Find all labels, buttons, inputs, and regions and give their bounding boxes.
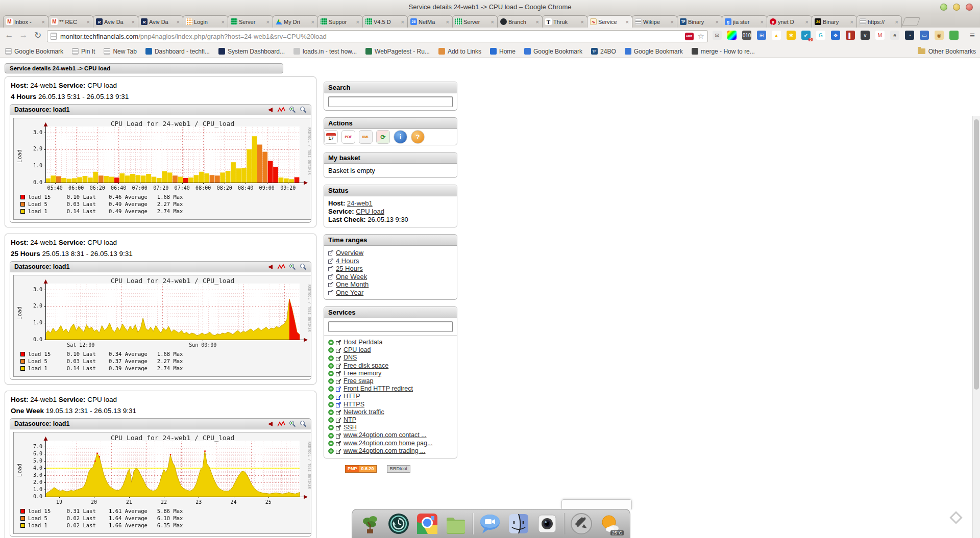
expand-plus-icon[interactable] [328,363,334,369]
bookmark-item-9[interactable]: Home [490,48,516,55]
services-filter-input[interactable] [328,321,453,332]
expand-plus-icon[interactable] [328,433,334,439]
timerange-link[interactable]: One Year [336,289,363,297]
calendar-icon[interactable]: ⊞ [757,31,766,40]
dock-item-bonsai[interactable] [358,512,382,535]
dock-item-finder[interactable] [507,512,530,535]
dictionary-icon[interactable]: ▌ [846,31,855,40]
tab-close-icon[interactable]: × [491,19,495,25]
timerange-link[interactable]: Overview [336,249,363,257]
expand-plus-icon[interactable] [328,448,334,454]
chrome-menu-icon[interactable]: ≡ [970,31,975,41]
back-icon[interactable]: ← [4,30,14,41]
minimize-button[interactable] [940,4,947,11]
bookmark-item-4[interactable]: Dashboard - techfi... [145,48,210,55]
xml-icon[interactable]: XML [359,130,373,144]
pnp-version-badge[interactable]: PNP 0.6.20 [345,465,377,473]
browser-tab-14[interactable]: ∿Service× [587,15,632,28]
expand-plus-icon[interactable] [328,378,334,384]
bookmark-item-1[interactable]: Google Bookmark [5,48,63,55]
browser-tab-1[interactable]: MInbox -× [3,15,48,28]
pocket-icon[interactable]: ∨ [861,31,870,40]
tab-close-icon[interactable]: × [760,19,764,25]
chart-line-icon[interactable] [277,264,285,270]
tab-close-icon[interactable]: × [311,19,315,25]
snippets-icon[interactable]: ✱ [787,31,796,40]
browser-tab-6[interactable]: Server× [228,15,273,28]
tab-close-icon[interactable]: × [356,19,360,25]
tab-close-icon[interactable]: × [850,19,854,25]
zoom-in-icon[interactable] [289,106,296,113]
magnifier-icon[interactable] [300,420,307,427]
rrdtool-badge[interactable]: RRDtool [387,465,410,473]
feedback-icon[interactable]: ● [949,31,959,40]
service-link[interactable]: CPU load [344,346,371,354]
browser-tab-8[interactable]: Suppor× [317,15,363,28]
tab-close-icon[interactable]: × [895,19,899,25]
bookmark-item-3[interactable]: New Tab [104,48,136,55]
dock-item-ichat[interactable] [478,512,502,535]
service-link[interactable]: HTTP [344,393,360,400]
service-link[interactable]: NTP [344,416,356,424]
bookmark-item-8[interactable]: Add to Links [438,48,481,55]
new-tab-button[interactable] [902,17,920,26]
expand-plus-icon[interactable] [328,386,334,392]
service-link[interactable]: www.24option.com contact ... [344,431,427,439]
service-link[interactable]: www.24option.com home pag... [344,440,432,447]
dock-item-time-machine[interactable] [387,512,410,535]
tab-close-icon[interactable]: × [86,19,90,25]
browser-tab-4[interactable]: אAviv Da× [138,15,183,28]
service-link[interactable]: www.24option.com trading ... [344,447,426,455]
bookmark-item-13[interactable]: merge - How to re... [692,48,755,55]
browser-tab-19[interactable]: 24Binary× [812,15,857,28]
back-arrow-icon[interactable] [266,107,274,113]
tab-close-icon[interactable]: × [176,19,180,25]
service-link[interactable]: DNS [344,354,357,362]
magnifier-icon[interactable] [300,263,307,270]
bookmark-item-2[interactable]: Pin It [72,48,95,55]
cpu-load-graph-25hours[interactable] [14,275,311,376]
speedometer-icon[interactable]: ◔ [905,31,914,40]
cpu-load-graph-4hours[interactable] [14,118,311,219]
browser-tab-12[interactable]: Branch× [497,15,543,28]
close-button[interactable] [966,4,973,11]
tab-close-icon[interactable]: × [535,19,540,25]
zoom-in-icon[interactable] [289,263,296,270]
bookmark-item-12[interactable]: Google Bookmark [625,48,683,55]
browser-tab-10[interactable]: 26NetMa× [407,15,453,28]
photos-icon[interactable]: ❖ [831,31,840,40]
tab-close-icon[interactable]: × [266,19,270,25]
pdf-icon[interactable]: PDF [341,130,355,144]
search-input[interactable] [328,96,453,107]
expand-plus-icon[interactable] [328,355,334,361]
page-scrollbar[interactable] [972,116,980,538]
timerange-link[interactable]: One Week [336,273,367,281]
cpu-load-graph-oneweek[interactable] [14,432,311,533]
service-link[interactable]: Host Perfdata [344,339,382,346]
dock-item-folder[interactable] [444,512,468,535]
status-host-link[interactable]: 24-web1 [347,199,373,207]
expand-plus-icon[interactable] [328,394,334,400]
maximize-button[interactable] [953,4,960,11]
other-bookmarks-button[interactable]: Other Bookmarks [918,48,976,55]
bookmark-item-11[interactable]: TF24BO [591,48,616,55]
drive-icon[interactable]: ▲ [772,31,781,40]
service-link[interactable]: Free disk space [344,362,388,370]
expand-plus-icon[interactable] [328,340,334,345]
browser-tab-15[interactable]: Wikipe× [632,15,677,28]
dock-item-weather[interactable]: 25°C [598,512,622,535]
forward-icon[interactable]: → [18,30,29,41]
tab-close-icon[interactable]: × [805,19,809,25]
browser-tab-17[interactable]: gjia ster× [722,15,767,28]
browser-tab-9[interactable]: V4.5 D× [362,15,408,28]
service-link[interactable]: HTTPS [344,401,364,408]
expand-plus-icon[interactable] [328,425,334,430]
tab-close-icon[interactable]: × [715,19,719,25]
tab-close-icon[interactable]: × [221,19,225,25]
tab-close-icon[interactable]: × [41,19,45,25]
dock-item-photo-booth[interactable] [535,512,559,535]
browser-tab-13[interactable]: TThruk× [542,15,587,28]
fugu-icon[interactable]: ◉ [935,31,944,40]
tab-close-icon[interactable]: × [401,19,405,25]
timerange-link[interactable]: 25 Hours [336,265,363,273]
